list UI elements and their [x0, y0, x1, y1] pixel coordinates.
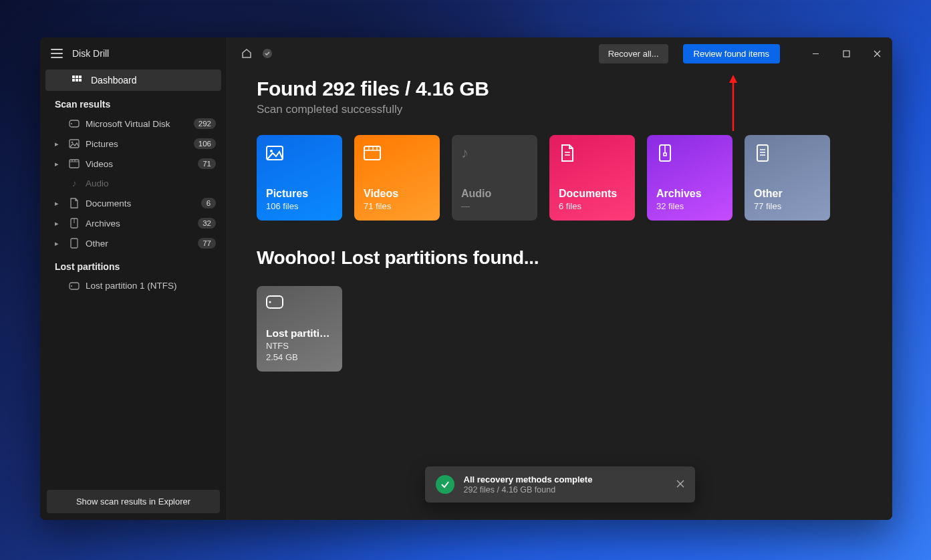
scan-results-heading: Scan results	[40, 91, 227, 114]
count-badge: 106	[194, 138, 216, 149]
chevron-right-icon: ▸	[55, 219, 63, 228]
card-title: Archives	[656, 188, 723, 200]
archives-icon	[68, 218, 80, 229]
svg-rect-5	[79, 79, 82, 82]
home-icon[interactable]	[241, 47, 253, 59]
maximize-button[interactable]	[831, 37, 861, 69]
sidebar-item-archives[interactable]: ▸ Archives 32	[40, 213, 227, 233]
grid-icon	[71, 75, 83, 86]
card-videos[interactable]: Videos 71 files	[354, 135, 440, 221]
minimize-button[interactable]	[800, 37, 831, 69]
svg-rect-35	[664, 153, 666, 156]
card-title: Pictures	[266, 188, 333, 200]
sidebar-item-label: Other	[86, 239, 192, 249]
count-badge: 292	[194, 118, 216, 129]
sidebar: Disk Drill Dashboard Scan results Micros…	[40, 37, 227, 520]
videos-icon	[68, 159, 80, 168]
sidebar-header: Disk Drill	[40, 37, 227, 69]
partition-fs: NTFS	[266, 341, 333, 351]
sidebar-item-label: Microsoft Virtual Disk	[86, 119, 188, 129]
sidebar-item-label: Archives	[86, 219, 192, 229]
sidebar-item-videos[interactable]: ▸ Videos 71	[40, 154, 227, 174]
card-other[interactable]: Other 77 files	[745, 135, 830, 221]
card-archives[interactable]: Archives 32 files	[647, 135, 733, 221]
lost-partition-card[interactable]: Lost partitio... NTFS 2.54 GB	[257, 286, 342, 372]
svg-rect-16	[71, 239, 78, 248]
nav-dashboard[interactable]: Dashboard	[45, 69, 221, 91]
app-window: Disk Drill Dashboard Scan results Micros…	[40, 37, 892, 520]
svg-rect-0	[72, 76, 75, 78]
svg-point-18	[71, 285, 72, 287]
chevron-right-icon: ▸	[55, 239, 63, 248]
window-controls	[800, 37, 892, 69]
count-badge: 32	[198, 218, 216, 229]
other-icon	[754, 144, 821, 170]
chevron-right-icon: ▸	[55, 160, 63, 168]
pictures-icon	[68, 139, 80, 148]
card-title: Audio	[461, 188, 528, 200]
svg-rect-1	[76, 76, 78, 78]
count-badge: 77	[198, 238, 216, 249]
disk-icon	[68, 120, 80, 128]
sidebar-item-audio[interactable]: ♪ Audio	[40, 174, 227, 193]
check-icon	[436, 475, 454, 494]
sidebar-item-label: Pictures	[86, 139, 188, 149]
close-button[interactable]	[861, 37, 892, 69]
show-in-explorer-button[interactable]: Show scan results in Explorer	[47, 490, 220, 513]
pictures-icon	[266, 144, 333, 170]
recover-all-button[interactable]: Recover all...	[599, 44, 668, 63]
card-pictures[interactable]: Pictures 106 files	[257, 135, 342, 221]
sidebar-item-lost-partition[interactable]: Lost partition 1 (NTFS)	[40, 276, 227, 295]
found-heading: Found 292 files / 4.16 GB	[257, 78, 863, 100]
titlebar: Recover all... Review found items	[227, 37, 892, 69]
lost-partitions-heading: Lost partitions	[40, 253, 227, 276]
sidebar-item-disk[interactable]: Microsoft Virtual Disk 292	[40, 114, 227, 134]
svg-rect-10	[70, 160, 79, 168]
partitions-heading: Woohoo! Lost partitions found...	[257, 247, 863, 269]
partition-title: Lost partitio...	[266, 327, 333, 339]
sidebar-item-other[interactable]: ▸ Other 77	[40, 233, 227, 253]
toast-close-button[interactable]	[676, 478, 684, 491]
content: Found 292 files / 4.16 GB Scan completed…	[227, 69, 892, 520]
menu-icon[interactable]	[51, 49, 63, 58]
disk-icon	[68, 282, 80, 290]
sidebar-item-documents[interactable]: ▸ Documents 6	[40, 193, 227, 213]
audio-icon: ♪	[461, 144, 528, 170]
videos-icon	[364, 144, 430, 170]
chevron-right-icon: ▸	[55, 140, 63, 148]
nav-dashboard-label: Dashboard	[91, 75, 137, 86]
sidebar-item-label: Audio	[86, 178, 216, 188]
other-icon	[68, 238, 80, 249]
review-found-items-button[interactable]: Review found items	[683, 44, 780, 63]
count-badge: 6	[201, 198, 216, 208]
svg-point-41	[269, 301, 271, 303]
svg-point-7	[71, 123, 72, 124]
chevron-right-icon: ▸	[55, 199, 63, 208]
svg-rect-21	[843, 51, 849, 57]
count-badge: 71	[198, 158, 216, 169]
toast-title: All recovery methods complete	[464, 474, 593, 484]
svg-rect-26	[364, 146, 380, 160]
svg-rect-36	[757, 145, 768, 161]
check-badge-icon[interactable]	[262, 48, 273, 59]
sidebar-footer: Show scan results in Explorer	[40, 483, 227, 520]
documents-icon	[68, 198, 80, 208]
card-sub: 77 files	[754, 201, 821, 211]
card-sub: 106 files	[266, 201, 333, 211]
svg-rect-3	[72, 79, 75, 82]
svg-point-25	[270, 150, 273, 152]
card-audio[interactable]: ♪ Audio —	[452, 135, 537, 221]
audio-icon: ♪	[68, 178, 80, 188]
sidebar-item-label: Lost partition 1 (NTFS)	[86, 281, 216, 291]
app-title: Disk Drill	[72, 48, 109, 59]
card-documents[interactable]: Documents 6 files	[549, 135, 635, 221]
scan-status: Scan completed successfully	[257, 103, 863, 116]
card-sub: —	[461, 201, 528, 211]
sidebar-item-label: Documents	[86, 198, 196, 208]
svg-rect-2	[79, 76, 82, 78]
card-title: Documents	[559, 188, 626, 200]
card-sub: 6 files	[559, 201, 626, 211]
completion-toast: All recovery methods complete 292 files …	[425, 466, 695, 503]
archives-icon	[656, 144, 723, 170]
sidebar-item-pictures[interactable]: ▸ Pictures 106	[40, 134, 227, 154]
